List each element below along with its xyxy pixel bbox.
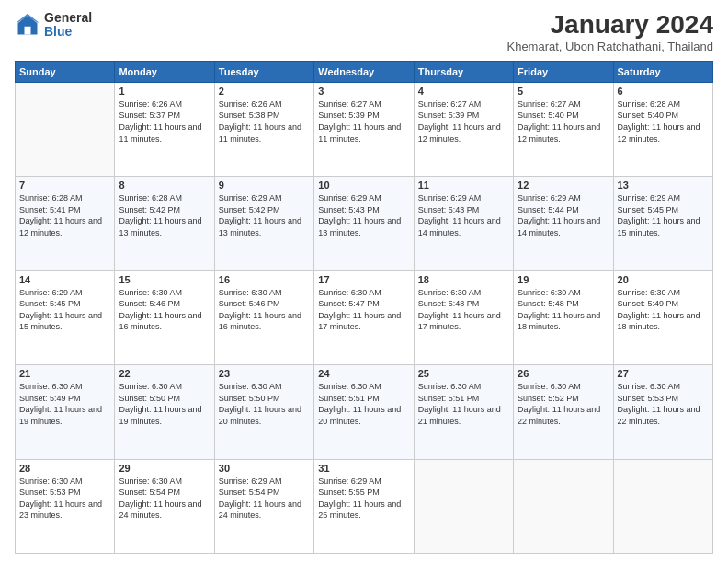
- calendar-cell-4-0: 28 Sunrise: 6:30 AMSunset: 5:53 PMDaylig…: [16, 459, 115, 553]
- col-thursday: Thursday: [414, 61, 513, 82]
- day-number: 28: [19, 463, 110, 474]
- week-row-1: 1 Sunrise: 6:26 AMSunset: 5:37 PMDayligh…: [16, 82, 713, 176]
- day-number: 24: [318, 368, 409, 379]
- calendar-cell-2-4: 18 Sunrise: 6:30 AMSunset: 5:48 PMDaylig…: [414, 270, 513, 364]
- day-number: 30: [219, 463, 310, 474]
- day-number: 15: [119, 274, 210, 285]
- day-info: Sunrise: 6:29 AMSunset: 5:55 PMDaylight:…: [318, 477, 401, 521]
- week-row-5: 28 Sunrise: 6:30 AMSunset: 5:53 PMDaylig…: [16, 459, 713, 553]
- calendar-cell-1-5: 12 Sunrise: 6:29 AMSunset: 5:44 PMDaylig…: [514, 177, 613, 270]
- day-number: 10: [318, 179, 409, 190]
- calendar-cell-1-3: 10 Sunrise: 6:29 AMSunset: 5:43 PMDaylig…: [314, 177, 414, 270]
- day-number: 17: [318, 274, 409, 285]
- calendar-cell-3-4: 25 Sunrise: 6:30 AMSunset: 5:51 PMDaylig…: [414, 365, 513, 459]
- calendar-cell-4-5: [514, 459, 613, 553]
- day-info: Sunrise: 6:27 AMSunset: 5:40 PMDaylight:…: [518, 99, 600, 144]
- calendar-cell-3-3: 24 Sunrise: 6:30 AMSunset: 5:51 PMDaylig…: [314, 365, 414, 459]
- day-info: Sunrise: 6:30 AMSunset: 5:50 PMDaylight:…: [119, 382, 201, 426]
- calendar-cell-3-2: 23 Sunrise: 6:30 AMSunset: 5:50 PMDaylig…: [214, 365, 313, 459]
- logo-icon: [15, 12, 40, 38]
- day-info: Sunrise: 6:30 AMSunset: 5:47 PMDaylight:…: [318, 288, 401, 332]
- day-number: 11: [418, 179, 509, 190]
- day-info: Sunrise: 6:30 AMSunset: 5:53 PMDaylight:…: [618, 382, 700, 426]
- day-number: 22: [119, 368, 210, 379]
- calendar-cell-0-1: 1 Sunrise: 6:26 AMSunset: 5:37 PMDayligh…: [115, 82, 214, 176]
- day-number: 14: [19, 274, 110, 285]
- main-title: January 2024: [506, 11, 713, 40]
- day-info: Sunrise: 6:29 AMSunset: 5:54 PMDaylight:…: [219, 477, 301, 521]
- day-number: 27: [618, 368, 709, 379]
- calendar-cell-1-0: 7 Sunrise: 6:28 AMSunset: 5:41 PMDayligh…: [16, 177, 115, 270]
- day-info: Sunrise: 6:29 AMSunset: 5:42 PMDaylight:…: [219, 193, 301, 237]
- calendar-cell-2-5: 19 Sunrise: 6:30 AMSunset: 5:48 PMDaylig…: [514, 270, 613, 364]
- day-number: 23: [219, 368, 310, 379]
- calendar-cell-1-2: 9 Sunrise: 6:29 AMSunset: 5:42 PMDayligh…: [214, 177, 313, 270]
- calendar-cell-2-0: 14 Sunrise: 6:29 AMSunset: 5:45 PMDaylig…: [16, 270, 115, 364]
- title-block: January 2024 Khemarat, Ubon Ratchathani,…: [506, 11, 713, 53]
- day-number: 4: [418, 86, 509, 97]
- col-wednesday: Wednesday: [314, 61, 414, 82]
- calendar-cell-4-2: 30 Sunrise: 6:29 AMSunset: 5:54 PMDaylig…: [214, 459, 313, 553]
- logo-blue-text: Blue: [44, 25, 92, 39]
- day-number: 7: [19, 179, 110, 190]
- day-info: Sunrise: 6:30 AMSunset: 5:51 PMDaylight:…: [418, 382, 501, 426]
- calendar-cell-3-0: 21 Sunrise: 6:30 AMSunset: 5:49 PMDaylig…: [16, 365, 115, 459]
- calendar-cell-1-1: 8 Sunrise: 6:28 AMSunset: 5:42 PMDayligh…: [115, 177, 214, 270]
- day-info: Sunrise: 6:30 AMSunset: 5:49 PMDaylight:…: [618, 288, 700, 332]
- calendar-cell-0-0: [16, 82, 115, 176]
- week-row-2: 7 Sunrise: 6:28 AMSunset: 5:41 PMDayligh…: [16, 177, 713, 270]
- calendar-cell-0-2: 2 Sunrise: 6:26 AMSunset: 5:38 PMDayligh…: [214, 82, 313, 176]
- calendar-cell-4-4: [414, 459, 513, 553]
- day-info: Sunrise: 6:29 AMSunset: 5:43 PMDaylight:…: [418, 193, 501, 237]
- day-number: 9: [219, 179, 310, 190]
- calendar-cell-1-4: 11 Sunrise: 6:29 AMSunset: 5:43 PMDaylig…: [414, 177, 513, 270]
- logo-general-text: General: [44, 11, 92, 25]
- calendar-cell-1-6: 13 Sunrise: 6:29 AMSunset: 5:45 PMDaylig…: [613, 177, 712, 270]
- calendar-cell-4-1: 29 Sunrise: 6:30 AMSunset: 5:54 PMDaylig…: [115, 459, 214, 553]
- day-info: Sunrise: 6:30 AMSunset: 5:52 PMDaylight:…: [518, 382, 600, 426]
- day-number: 19: [518, 274, 609, 285]
- day-info: Sunrise: 6:30 AMSunset: 5:51 PMDaylight:…: [318, 382, 401, 426]
- day-info: Sunrise: 6:30 AMSunset: 5:48 PMDaylight:…: [418, 288, 501, 332]
- col-friday: Friday: [514, 61, 613, 82]
- day-number: 13: [618, 179, 709, 190]
- day-info: Sunrise: 6:30 AMSunset: 5:50 PMDaylight:…: [219, 382, 301, 426]
- day-info: Sunrise: 6:28 AMSunset: 5:41 PMDaylight:…: [19, 193, 102, 237]
- day-info: Sunrise: 6:28 AMSunset: 5:42 PMDaylight:…: [119, 193, 201, 237]
- day-number: 5: [518, 86, 609, 97]
- day-info: Sunrise: 6:30 AMSunset: 5:53 PMDaylight:…: [19, 477, 102, 521]
- day-number: 21: [19, 368, 110, 379]
- calendar-cell-3-6: 27 Sunrise: 6:30 AMSunset: 5:53 PMDaylig…: [613, 365, 712, 459]
- calendar-cell-4-6: [613, 459, 712, 553]
- day-number: 12: [518, 179, 609, 190]
- day-number: 26: [518, 368, 609, 379]
- page: General Blue January 2024 Khemarat, Ubon…: [0, 0, 728, 563]
- col-tuesday: Tuesday: [214, 61, 313, 82]
- day-info: Sunrise: 6:28 AMSunset: 5:40 PMDaylight:…: [618, 99, 700, 144]
- calendar-cell-2-3: 17 Sunrise: 6:30 AMSunset: 5:47 PMDaylig…: [314, 270, 414, 364]
- col-saturday: Saturday: [613, 61, 712, 82]
- header: General Blue January 2024 Khemarat, Ubon…: [15, 11, 713, 53]
- day-info: Sunrise: 6:30 AMSunset: 5:54 PMDaylight:…: [119, 477, 201, 521]
- calendar-cell-0-6: 6 Sunrise: 6:28 AMSunset: 5:40 PMDayligh…: [613, 82, 712, 176]
- col-sunday: Sunday: [16, 61, 115, 82]
- day-info: Sunrise: 6:30 AMSunset: 5:48 PMDaylight:…: [518, 288, 600, 332]
- calendar-cell-2-6: 20 Sunrise: 6:30 AMSunset: 5:49 PMDaylig…: [613, 270, 712, 364]
- calendar-cell-3-1: 22 Sunrise: 6:30 AMSunset: 5:50 PMDaylig…: [115, 365, 214, 459]
- day-number: 18: [418, 274, 509, 285]
- day-number: 20: [618, 274, 709, 285]
- logo-text: General Blue: [44, 11, 92, 40]
- calendar-cell-0-3: 3 Sunrise: 6:27 AMSunset: 5:39 PMDayligh…: [314, 82, 414, 176]
- week-row-3: 14 Sunrise: 6:29 AMSunset: 5:45 PMDaylig…: [16, 270, 713, 364]
- calendar-table: Sunday Monday Tuesday Wednesday Thursday…: [15, 61, 713, 554]
- calendar-cell-2-1: 15 Sunrise: 6:30 AMSunset: 5:46 PMDaylig…: [115, 270, 214, 364]
- col-monday: Monday: [115, 61, 214, 82]
- day-number: 8: [119, 179, 210, 190]
- day-number: 16: [219, 274, 310, 285]
- day-info: Sunrise: 6:26 AMSunset: 5:38 PMDaylight:…: [219, 99, 301, 144]
- day-number: 31: [318, 463, 409, 474]
- calendar-cell-0-4: 4 Sunrise: 6:27 AMSunset: 5:39 PMDayligh…: [414, 82, 513, 176]
- logo: General Blue: [15, 11, 92, 40]
- day-info: Sunrise: 6:29 AMSunset: 5:45 PMDaylight:…: [618, 193, 700, 237]
- calendar-cell-2-2: 16 Sunrise: 6:30 AMSunset: 5:46 PMDaylig…: [214, 270, 313, 364]
